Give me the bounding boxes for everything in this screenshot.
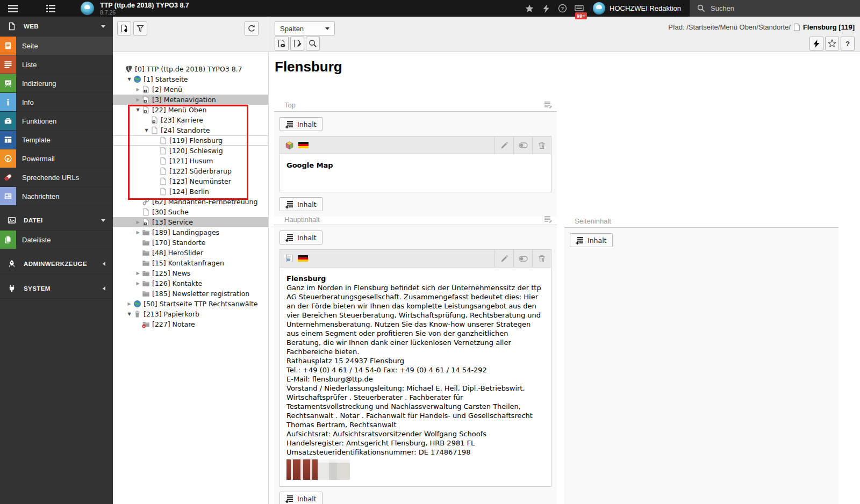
tree-node-189[interactable]: ▶[189] Landingpages — [113, 227, 268, 237]
sidebar-group-adminwerkzeuge[interactable]: ADMINWERKZEUGE — [0, 254, 113, 274]
help-icon[interactable]: ? — [554, 0, 571, 17]
add-content-label: Inhalt — [297, 234, 317, 242]
tree-node-13[interactable]: ▶[13] Service — [113, 217, 268, 227]
typo3-icon — [124, 65, 133, 73]
sidebar-item-template[interactable]: Template — [0, 131, 113, 149]
star-outline-icon[interactable] — [825, 37, 839, 51]
tree-node-124[interactable]: [124] Berlin — [113, 186, 268, 197]
sidebar-item-powermail[interactable]: pPowermail — [0, 149, 113, 168]
tree-node-48[interactable]: [48] HeroSlider — [113, 248, 268, 258]
bookmark-star-icon[interactable] — [521, 0, 538, 17]
search-icon[interactable] — [306, 37, 320, 51]
view-page-icon[interactable] — [275, 37, 289, 51]
add-content-button[interactable]: Inhalt — [280, 231, 322, 244]
sidebar-group-datei[interactable]: DATEI — [0, 211, 113, 231]
tree-node-119[interactable]: [119] Flensburg — [113, 135, 268, 146]
tree-node-125[interactable]: ▶[125] News — [113, 268, 268, 278]
tree-node-15[interactable]: [15] Kontaktanfragen — [113, 258, 268, 268]
content-element-google-map[interactable]: Google Map — [280, 136, 551, 192]
tree-node-30[interactable]: [30] Suche — [113, 207, 268, 217]
typo3-version: 8.7.26 — [100, 9, 116, 16]
tree-node-22[interactable]: ▼[22] Menü Oben — [113, 105, 268, 115]
tree-node-label: [62] Mandanten-Fernbetreuung — [152, 198, 257, 206]
sidebar-group-system[interactable]: SYSTEM — [0, 279, 113, 299]
refresh-icon[interactable] — [245, 21, 259, 35]
expand-toggle-icon[interactable]: ▶ — [134, 217, 141, 227]
tree-node-0[interactable]: [0] TTP (ttp.de 2018) TYPO3 8.7 — [113, 64, 268, 74]
tree-node-24[interactable]: ▼[24] Standorte — [113, 125, 268, 135]
expand-toggle-icon[interactable]: ▶ — [134, 84, 141, 95]
sidebar-item-indizierung[interactable]: Indizierung — [0, 74, 113, 93]
tree-node-126[interactable]: ▶[126] Kontakte — [113, 278, 268, 289]
tree-node-121[interactable]: [121] Husum — [113, 156, 268, 166]
trash-icon — [133, 310, 141, 318]
edit-pencil-icon[interactable] — [494, 250, 513, 267]
expand-toggle-icon[interactable]: ▶ — [134, 95, 141, 105]
page-tree-panel: [0] TTP (ttp.de 2018) TYPO3 8.7▼[1] Star… — [113, 52, 269, 504]
sidebar-item-info[interactable]: Info — [0, 93, 113, 112]
tree-node-label: [227] Notare — [152, 320, 195, 328]
tree-node-213[interactable]: ▼[213] Papierkorb — [113, 309, 268, 319]
add-content-label: Inhalt — [297, 495, 317, 503]
tree-node-23[interactable]: [23] Karriere — [113, 115, 268, 125]
tree-node-123[interactable]: [123] Neumünster — [113, 176, 268, 186]
expand-toggle-icon[interactable]: ▶ — [134, 268, 141, 278]
sidebar-item-funktionen[interactable]: Funktionen — [0, 112, 113, 131]
folder-icon — [141, 269, 150, 277]
expand-toggle-icon[interactable]: ▶ — [126, 299, 133, 309]
tree-node-62[interactable]: [62] Mandanten-Fernbetreuung — [113, 197, 268, 207]
expand-toggle-icon[interactable]: ▶ — [134, 278, 141, 289]
bolt-icon[interactable] — [809, 37, 823, 51]
topbar-search-input[interactable]: Suchen — [690, 0, 860, 17]
help-question-icon[interactable]: ? — [841, 37, 855, 51]
visibility-toggle-icon[interactable] — [513, 136, 532, 154]
columns-view-select[interactable]: Spalten — [275, 21, 335, 35]
tree-node-1[interactable]: ▼[1] Startseite — [113, 74, 268, 84]
column-side: Seiteninhalt Inhalt — [564, 215, 838, 504]
edit-column-icon[interactable] — [544, 101, 553, 109]
sidebar-item-liste[interactable]: Liste — [0, 55, 113, 74]
expand-toggle-icon[interactable]: ▼ — [143, 125, 150, 135]
tree-node-label: [23] Karriere — [161, 116, 203, 124]
tree-node-120[interactable]: [120] Schleswig — [113, 146, 268, 156]
sidebar-item-dateiliste[interactable]: Dateiliste — [0, 231, 113, 249]
sidebar-item-sprechende-urls[interactable]: Sprechende URLs — [0, 168, 113, 187]
tree-node-label: [124] Berlin — [169, 188, 209, 196]
tree-node-2[interactable]: ▶[2] Menü — [113, 84, 268, 95]
filter-funnel-icon[interactable] — [133, 21, 147, 35]
expand-toggle-icon[interactable]: ▼ — [126, 74, 133, 84]
module-rows-icon[interactable] — [41, 0, 60, 17]
notification-icon[interactable]: 99+ — [571, 0, 587, 17]
new-page-icon[interactable] — [117, 21, 131, 35]
delete-trash-icon[interactable] — [532, 250, 551, 267]
tree-node-3[interactable]: ▶[3] Metanavigation — [113, 95, 268, 105]
search-icon — [697, 4, 705, 12]
expand-toggle-icon[interactable]: ▼ — [134, 105, 141, 115]
sidebar-item-nachrichten[interactable]: Nachrichten — [0, 187, 113, 206]
tree-node-227[interactable]: [227] Notare — [113, 319, 268, 329]
tree-node-170[interactable]: [170] Standorte — [113, 237, 268, 248]
add-content-button[interactable]: Inhalt — [570, 233, 613, 247]
bolt-icon[interactable] — [538, 0, 554, 17]
edit-page-icon[interactable] — [290, 37, 304, 51]
tree-node-122[interactable]: [122] Süderbrarup — [113, 166, 268, 176]
sidebar-group-label: WEB — [24, 23, 101, 30]
visibility-toggle-icon[interactable] — [513, 250, 532, 267]
add-content-button[interactable]: Inhalt — [280, 117, 322, 131]
tree-node-185[interactable]: [185] Newsletter registration — [113, 289, 268, 299]
edit-column-icon[interactable] — [544, 215, 553, 224]
tree-node-50[interactable]: ▶[50] Startseite TTP Rechtsanwälte — [113, 299, 268, 309]
content-element-text[interactable]: Flensburg Ganz im Norden in Flensburg be… — [280, 249, 551, 487]
sidebar-item-seite[interactable]: Seite — [0, 37, 113, 55]
add-content-button[interactable]: Inhalt — [280, 492, 322, 504]
edit-pencil-icon[interactable] — [494, 136, 513, 154]
expand-toggle-icon[interactable]: ▶ — [134, 227, 141, 237]
hamburger-icon[interactable] — [3, 0, 23, 17]
delete-trash-icon[interactable] — [532, 136, 551, 154]
sidebar-group-web[interactable]: WEB — [0, 17, 113, 37]
page-icon — [793, 23, 800, 31]
user-menu[interactable]: HOCHZWEI Redaktion — [587, 2, 690, 15]
add-content-button[interactable]: Inhalt — [280, 197, 322, 211]
tree-node-label: [121] Husum — [169, 157, 213, 165]
expand-toggle-icon[interactable]: ▼ — [126, 309, 133, 319]
